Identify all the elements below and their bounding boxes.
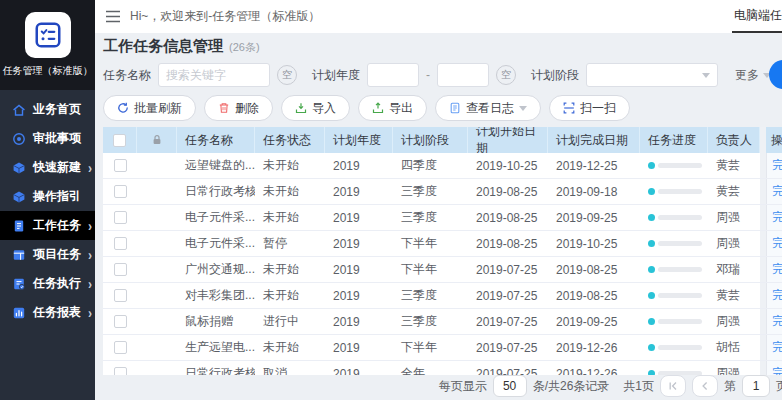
sidebar-item-3[interactable]: 快速新建›	[0, 153, 95, 182]
progress-dot	[648, 266, 655, 273]
app-logo	[25, 12, 71, 58]
row-action-cell: 完成	[766, 231, 782, 256]
row-checkbox[interactable]	[114, 289, 127, 302]
complete-link[interactable]: 完成	[772, 183, 782, 200]
task-progress-cell	[640, 361, 708, 375]
scan-button[interactable]: 扫一扫	[549, 95, 630, 121]
complete-link[interactable]: 完成	[772, 365, 782, 375]
complete-link[interactable]: 完成	[772, 287, 782, 304]
column-header-owner: 负责人	[708, 127, 760, 153]
table-row: 日常行政考核未开始2019三季度2019-08-252019-09-18黄芸完成	[103, 179, 782, 205]
plan-stage-select[interactable]	[586, 63, 718, 87]
task-report-icon	[12, 306, 26, 320]
chevron-right-icon: ›	[88, 305, 92, 320]
import-button[interactable]: 导入	[281, 95, 350, 121]
device-tab-pc[interactable]: 电脑端任务	[732, 0, 782, 33]
task-progress-cell	[640, 309, 708, 334]
prev-page-button[interactable]	[692, 375, 718, 397]
row-checkbox[interactable]	[114, 185, 127, 198]
plan-year-from-input[interactable]	[367, 63, 419, 87]
home-icon	[12, 103, 26, 117]
row-checkbox[interactable]	[114, 367, 127, 375]
plan-year-to-input[interactable]	[437, 63, 489, 87]
clear-task-name-button[interactable]: 空	[277, 65, 297, 85]
batch-refresh-button[interactable]: 批量刷新	[103, 95, 196, 121]
sidebar-item-5[interactable]: 工作任务›	[0, 211, 95, 240]
row-checkbox[interactable]	[114, 159, 127, 172]
first-page-icon	[667, 380, 679, 392]
end-date-cell: 2019-12-26	[548, 335, 640, 360]
complete-link[interactable]: 完成	[772, 313, 782, 330]
export-button[interactable]: 导出	[358, 95, 427, 121]
task-progress-cell	[640, 179, 708, 204]
trash-icon	[218, 102, 230, 114]
lock-icon	[151, 134, 163, 146]
hamburger-menu-icon[interactable]	[105, 10, 121, 23]
complete-link[interactable]: 完成	[772, 209, 782, 226]
task-progress-cell	[640, 283, 708, 308]
row-checkbox[interactable]	[114, 315, 127, 328]
complete-link[interactable]: 完成	[772, 157, 782, 174]
sidebar-item-4[interactable]: 操作指引	[0, 182, 95, 211]
complete-link[interactable]: 完成	[772, 261, 782, 278]
owner-cell: 周强	[708, 309, 760, 334]
quick-create-icon	[12, 161, 26, 175]
select-all-cell	[103, 127, 137, 153]
end-date-cell: 2019-12-26	[548, 361, 640, 375]
sidebar-item-8[interactable]: 任务报表›	[0, 298, 95, 327]
sidebar-item-2[interactable]: 审批事项	[0, 124, 95, 153]
delete-button[interactable]: 删除	[204, 95, 273, 121]
owner-cell: 胡恬	[708, 335, 760, 360]
row-checkbox[interactable]	[114, 341, 127, 354]
owner-cell: 周强	[708, 231, 760, 256]
table-row: 电子元件采...未开始2019三季度2019-08-252019-09-25周强…	[103, 205, 782, 231]
row-lock-cell	[137, 179, 177, 204]
end-date-cell: 2019-09-18	[548, 179, 640, 204]
progress-dot	[648, 318, 655, 325]
complete-link[interactable]: 完成	[772, 235, 782, 252]
sidebar-menu: 业务首页审批事项快速新建›操作指引工作任务›项目任务›任务执行›任务报表›	[0, 90, 95, 327]
select-all-checkbox[interactable]	[113, 134, 126, 147]
sidebar-item-1[interactable]: 业务首页	[0, 95, 95, 124]
row-checkbox-cell	[103, 283, 137, 308]
task-progress-cell	[640, 257, 708, 282]
plan-stage-cell: 四季度	[393, 153, 468, 178]
row-checkbox[interactable]	[114, 263, 127, 276]
plan-year-cell: 2019	[325, 283, 393, 308]
plan-stage-filter-label: 计划阶段	[531, 67, 579, 84]
complete-link[interactable]: 完成	[772, 339, 782, 356]
clear-plan-year-button[interactable]: 空	[496, 65, 516, 85]
table-row: 电子元件采...暂停2019下半年2019-08-252019-10-25周强完…	[103, 231, 782, 257]
sidebar-item-6[interactable]: 项目任务›	[0, 240, 95, 269]
progress-dot	[648, 162, 655, 169]
owner-cell: 周强	[708, 361, 760, 375]
row-checkbox[interactable]	[114, 237, 127, 250]
view-log-button[interactable]: 查看日志	[435, 95, 541, 121]
row-checkbox[interactable]	[114, 211, 127, 224]
plan-stage-cell: 三季度	[393, 179, 468, 204]
per-page-input[interactable]	[493, 375, 527, 397]
start-date-cell: 2019-07-25	[468, 309, 548, 334]
current-page-input[interactable]	[742, 375, 770, 397]
work-task-icon	[12, 219, 26, 233]
column-header-plan-stage: 计划阶段	[393, 127, 468, 153]
plan-stage-cell: 三季度	[393, 283, 468, 308]
task-execute-icon	[12, 277, 26, 291]
table-row: 鼠标捐赠进行中2019三季度2019-07-252019-09-25周强完成	[103, 309, 782, 335]
progress-track	[658, 163, 702, 168]
first-page-button[interactable]	[660, 375, 686, 397]
scan-icon	[563, 102, 575, 114]
task-name-cell: 日常行政考核	[177, 179, 255, 204]
sidebar-item-7[interactable]: 任务执行›	[0, 269, 95, 298]
row-action-cell: 完成	[766, 309, 782, 334]
plan-year-cell: 2019	[325, 231, 393, 256]
task-name-input[interactable]	[158, 63, 270, 87]
more-filters-link[interactable]: 更多	[735, 67, 771, 84]
floating-add-button[interactable]	[769, 60, 782, 89]
sidebar-item-label: 项目任务	[33, 246, 81, 263]
app-logo-block: 任务管理（标准版）	[0, 0, 95, 90]
progress-dot	[648, 188, 655, 195]
task-status-cell: 未开始	[255, 179, 325, 204]
row-checkbox-cell	[103, 257, 137, 282]
plan-year-cell: 2019	[325, 361, 393, 375]
